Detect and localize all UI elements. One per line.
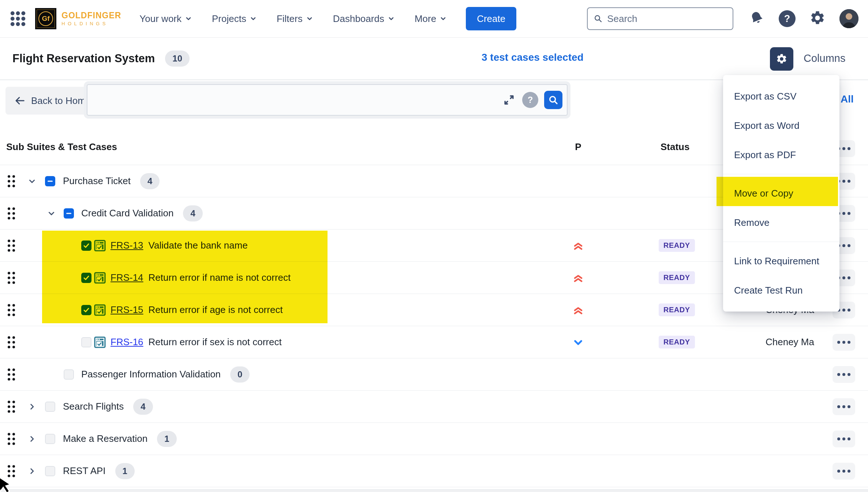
goldfinger-logo-icon: Gf xyxy=(35,8,56,29)
suite-count-badge: 1 xyxy=(115,463,135,479)
app-switcher-icon[interactable] xyxy=(10,10,26,27)
menu-item-export-as-csv[interactable]: Export as CSV xyxy=(723,82,839,111)
back-to-home-button[interactable]: Back to Home xyxy=(5,87,100,115)
suite-label[interactable]: Purchase Ticket xyxy=(63,175,131,187)
row-more-button[interactable] xyxy=(833,463,855,480)
table-row-suite: Make a Reservation1 xyxy=(0,423,868,455)
chevron-right-icon[interactable] xyxy=(27,466,37,476)
chevron-down-icon[interactable] xyxy=(46,208,56,218)
suite-label[interactable]: Make a Reservation xyxy=(63,433,147,444)
create-button[interactable]: Create xyxy=(466,7,516,30)
page-title: Flight Reservation System xyxy=(12,52,155,65)
columns-gear-button[interactable] xyxy=(770,47,793,71)
drag-handle[interactable] xyxy=(8,433,15,445)
logo-line1: GOLDFINGER xyxy=(61,11,121,20)
gear-icon xyxy=(776,53,787,65)
chevron-right-icon[interactable] xyxy=(27,434,37,444)
test-key-link[interactable]: FRS-13 xyxy=(111,240,143,251)
status-badge: READY xyxy=(659,271,695,284)
user-avatar[interactable] xyxy=(839,9,858,28)
drag-handle[interactable] xyxy=(8,336,15,348)
suite-count-badge: 1 xyxy=(157,431,176,447)
nav-filters[interactable]: Filters xyxy=(277,13,313,25)
suite-label-group: Make a Reservation1 xyxy=(63,423,177,455)
search-icon xyxy=(594,14,603,24)
expand-icon[interactable] xyxy=(502,93,516,107)
priority-high-icon xyxy=(566,262,591,294)
drag-handle[interactable] xyxy=(8,304,15,316)
table-row-suite: Passenger Information Validation0 xyxy=(0,358,868,391)
chevron-down-icon xyxy=(250,15,257,22)
row-checkbox-indeterminate[interactable] xyxy=(64,208,74,219)
suite-label-group: Credit Card Validation4 xyxy=(81,197,203,229)
chevron-down-icon xyxy=(185,15,192,22)
chevron-down-icon xyxy=(439,15,447,22)
page-header: Flight Reservation System 10 3 test case… xyxy=(0,38,868,80)
menu-item-move-or-copy[interactable]: Move or Copy xyxy=(723,179,839,208)
status-badge: READY xyxy=(659,239,695,252)
row-checkbox-checked[interactable] xyxy=(81,273,91,283)
test-key-link[interactable]: FRS-16 xyxy=(111,336,143,348)
menu-item-export-as-word[interactable]: Export as Word xyxy=(723,111,839,140)
row-more-button[interactable] xyxy=(833,398,855,415)
settings-gear-icon[interactable] xyxy=(809,10,826,27)
drag-handle[interactable] xyxy=(8,207,15,219)
nav-more[interactable]: More xyxy=(415,13,447,25)
drag-handle[interactable] xyxy=(8,400,15,413)
suite-count-badge: 4 xyxy=(140,173,160,189)
row-checkbox-checked[interactable] xyxy=(81,305,91,315)
menu-item-remove[interactable]: Remove xyxy=(723,208,839,237)
global-search-input[interactable] xyxy=(607,13,727,25)
collapse-expand-all-link[interactable]: All xyxy=(841,93,854,105)
notifications-bell-icon[interactable] xyxy=(749,10,765,27)
row-checkbox[interactable] xyxy=(45,402,55,412)
row-checkbox[interactable] xyxy=(64,369,74,380)
row-checkbox[interactable] xyxy=(45,466,55,476)
suite-label[interactable]: Passenger Information Validation xyxy=(81,369,221,380)
test-label-group: FRS-15Return error if age is not correct xyxy=(111,294,283,326)
filter-search-bar[interactable]: ? xyxy=(87,84,568,116)
goldfinger-logo[interactable]: Gf GOLDFINGER HOLDINGS xyxy=(35,8,121,29)
menu-item-link-to-requirement[interactable]: Link to Requirement xyxy=(723,246,839,276)
row-more-button[interactable] xyxy=(833,366,855,383)
row-more-button[interactable] xyxy=(833,430,855,447)
chevron-down-icon[interactable] xyxy=(27,176,37,186)
status-cell: READY xyxy=(659,262,695,294)
menu-item-export-as-pdf[interactable]: Export as PDF xyxy=(723,140,839,169)
suite-label[interactable]: Search Flights xyxy=(63,401,124,412)
row-checkbox-checked[interactable] xyxy=(81,241,91,251)
nav-projects[interactable]: Projects xyxy=(212,13,257,25)
test-key-link[interactable]: FRS-14 xyxy=(111,272,143,283)
drag-handle[interactable] xyxy=(8,239,15,251)
nav-dashboards[interactable]: Dashboards xyxy=(333,13,395,25)
test-key-link[interactable]: FRS-15 xyxy=(111,304,143,316)
selected-count-text: 3 test cases selected xyxy=(482,52,584,63)
top-navigation-bar: Gf GOLDFINGER HOLDINGS Your work Project… xyxy=(0,0,868,38)
status-cell: READY xyxy=(659,294,695,326)
drag-handle[interactable] xyxy=(8,175,15,187)
search-submit-button[interactable] xyxy=(544,91,562,109)
suite-label[interactable]: REST API xyxy=(63,465,106,477)
drag-handle[interactable] xyxy=(8,368,15,380)
row-checkbox-indeterminate[interactable] xyxy=(45,176,55,186)
nav-your-work[interactable]: Your work xyxy=(139,13,192,25)
row-checkbox[interactable] xyxy=(81,337,91,347)
suite-count-badge: 4 xyxy=(133,399,153,415)
row-more-button[interactable] xyxy=(833,334,855,351)
search-help-icon[interactable]: ? xyxy=(522,92,538,108)
help-icon[interactable]: ? xyxy=(779,10,796,27)
test-label-group: FRS-16Return error if sex is not correct xyxy=(111,326,282,358)
status-cell: READY xyxy=(659,326,695,358)
columns-label[interactable]: Columns xyxy=(804,52,845,64)
chevron-right-icon[interactable] xyxy=(27,402,37,411)
drag-handle[interactable] xyxy=(8,465,15,477)
menu-item-create-test-run[interactable]: Create Test Run xyxy=(723,276,839,305)
row-checkbox[interactable] xyxy=(45,434,55,444)
suite-label[interactable]: Credit Card Validation xyxy=(81,208,173,219)
global-search[interactable] xyxy=(587,7,733,30)
chevron-down-icon xyxy=(388,15,395,22)
filter-search-input[interactable] xyxy=(87,85,502,115)
main-menu: Your work Projects Filters Dashboards Mo… xyxy=(139,13,447,25)
logo-line2: HOLDINGS xyxy=(61,21,121,26)
drag-handle[interactable] xyxy=(8,272,15,284)
